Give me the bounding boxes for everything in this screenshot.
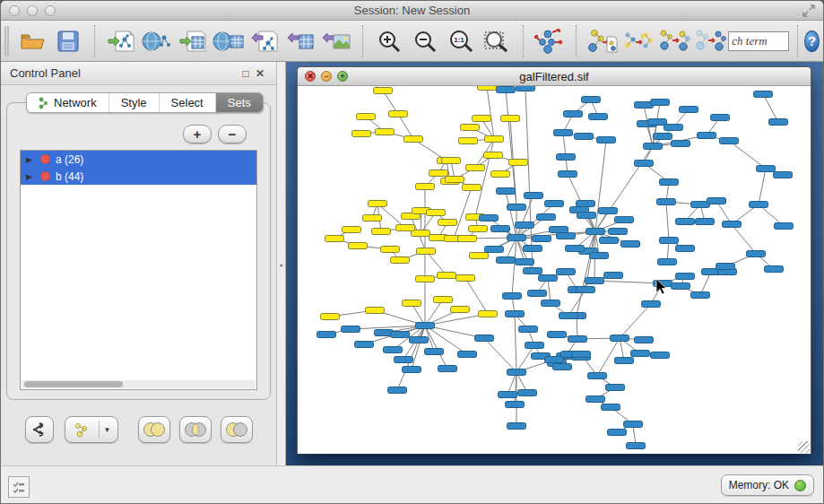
control-panel-tabs: Network Style Select Sets — [26, 92, 264, 113]
tab-style-label: Style — [121, 96, 147, 109]
control-panel-title: Control Panel — [10, 66, 239, 80]
save-floppy-icon — [56, 30, 80, 53]
memory-ok-dot — [794, 480, 806, 491]
tab-select-label: Select — [171, 96, 204, 109]
add-set-button[interactable]: + — [183, 125, 212, 143]
difference-venn-icon — [225, 421, 248, 438]
remove-set-button[interactable]: − — [218, 125, 247, 143]
task-list-icon — [12, 480, 26, 494]
sets-list: ▶ a (26) ▶ b (44) — [20, 150, 257, 390]
zoom-in-icon — [377, 29, 402, 54]
tab-sets-label: Sets — [228, 96, 251, 109]
clone-network-button[interactable] — [620, 24, 656, 58]
minus-icon: − — [229, 126, 237, 142]
horizontal-scrollbar[interactable] — [22, 380, 256, 388]
one-to-one-label: 1:1 — [455, 36, 465, 44]
tab-sets[interactable]: Sets — [216, 93, 263, 112]
save-session-button[interactable] — [50, 24, 86, 58]
control-panel-header: Control Panel □ ✕ — [1, 62, 276, 85]
set-label: b (44) — [56, 170, 83, 183]
network-from-selection-button[interactable] — [585, 24, 620, 58]
export-network-icon — [250, 29, 279, 54]
app-title: Session: New Session — [1, 4, 823, 17]
create-set-from-network-button[interactable]: ▾ — [65, 416, 118, 443]
set-label: a (26) — [56, 153, 83, 166]
app-titlebar[interactable]: Session: New Session — [1, 1, 823, 21]
tab-network[interactable]: Network — [27, 93, 109, 112]
export-table-button[interactable] — [282, 24, 318, 58]
split-set-button[interactable] — [25, 416, 54, 443]
network-from-selection-icon — [587, 28, 618, 55]
filter-networks-icon — [694, 28, 726, 55]
toolbar-separator — [797, 25, 798, 57]
open-session-button[interactable] — [14, 24, 50, 58]
network-window-titlebar[interactable]: ✕ − + galFiltered.sif — [298, 67, 811, 86]
help-button[interactable]: ? — [804, 30, 820, 52]
merge-networks-button[interactable] — [656, 24, 692, 58]
panel-splitter[interactable]: ◂ — [277, 62, 286, 465]
import-table-web-icon — [213, 29, 245, 54]
memory-label: Memory: OK — [729, 479, 789, 491]
splitter-collapse-icon[interactable]: ◂ — [279, 261, 282, 269]
import-network-web-button[interactable] — [139, 24, 175, 58]
show-tasks-button[interactable] — [8, 476, 30, 498]
apply-layout-button[interactable] — [532, 24, 568, 58]
network-graph[interactable] — [298, 86, 811, 454]
tab-style[interactable]: Style — [109, 93, 160, 112]
status-bar: Memory: OK — [1, 465, 823, 503]
export-image-button[interactable] — [318, 24, 354, 58]
merge-networks-icon — [658, 28, 690, 55]
tab-network-label: Network — [54, 96, 97, 109]
search-input[interactable] — [728, 31, 789, 51]
import-table-web-button[interactable] — [211, 24, 247, 58]
union-venn-icon — [143, 421, 166, 438]
import-network-file-icon — [107, 29, 135, 54]
import-network-web-icon — [142, 29, 172, 54]
network-view-window[interactable]: ✕ − + galFiltered.sif — [297, 66, 811, 454]
import-table-file-button[interactable] — [175, 24, 211, 58]
float-panel-icon[interactable]: □ — [239, 67, 253, 80]
toolbar-separator — [94, 25, 95, 57]
fullscreen-arrows-icon[interactable] — [802, 4, 816, 18]
close-panel-icon[interactable]: ✕ — [253, 67, 267, 80]
help-question-icon: ? — [808, 33, 816, 48]
difference-sets-button[interactable] — [221, 416, 253, 443]
zoom-one-to-one-icon: 1:1 — [447, 29, 474, 54]
tab-select[interactable]: Select — [160, 93, 216, 112]
expander-icon[interactable]: ▶ — [26, 155, 35, 164]
export-network-button[interactable] — [247, 24, 282, 58]
export-image-icon — [321, 29, 351, 54]
zoom-selected-button[interactable] — [479, 24, 515, 58]
dropdown-arrow-icon[interactable]: ▾ — [105, 425, 109, 434]
sets-panel: + − ▶ a (26) ▶ b (44) — [6, 102, 271, 400]
fork-arrows-icon — [30, 421, 48, 438]
zoom-out-button[interactable] — [407, 24, 443, 58]
list-item-set-a[interactable]: ▶ a (26) — [21, 151, 256, 168]
set-color-dot — [40, 171, 50, 181]
main-toolbar: 1:1 — [1, 21, 823, 62]
union-sets-button[interactable] — [138, 416, 170, 443]
toolbar-separator — [576, 25, 577, 57]
set-color-dot — [40, 154, 50, 164]
intersection-venn-icon — [184, 421, 207, 438]
filter-networks-button[interactable] — [692, 24, 728, 58]
resize-grip[interactable] — [798, 441, 810, 453]
network-window-title: galFiltered.sif — [298, 70, 811, 83]
control-panel: Control Panel □ ✕ Network Style Select S… — [1, 62, 277, 465]
intersect-sets-button[interactable] — [179, 416, 212, 443]
open-folder-icon — [19, 30, 46, 52]
list-item-set-b[interactable]: ▶ b (44) — [21, 168, 256, 185]
memory-status-button[interactable]: Memory: OK — [721, 474, 814, 496]
cytoscape-app-window: Session: New Session — [0, 0, 824, 504]
import-table-file-icon — [178, 29, 207, 54]
toolbar-separator — [523, 25, 524, 57]
scrollbar-thumb[interactable] — [24, 381, 123, 387]
import-network-file-button[interactable] — [103, 24, 139, 58]
zoom-in-button[interactable] — [371, 24, 407, 58]
network-canvas[interactable] — [298, 86, 811, 454]
sets-action-bar: ▾ — [1, 412, 276, 448]
expander-icon[interactable]: ▶ — [26, 172, 35, 181]
zoom-actual-size-button[interactable]: 1:1 — [443, 24, 479, 58]
clone-network-icon — [622, 28, 655, 55]
network-tab-icon — [39, 97, 49, 109]
